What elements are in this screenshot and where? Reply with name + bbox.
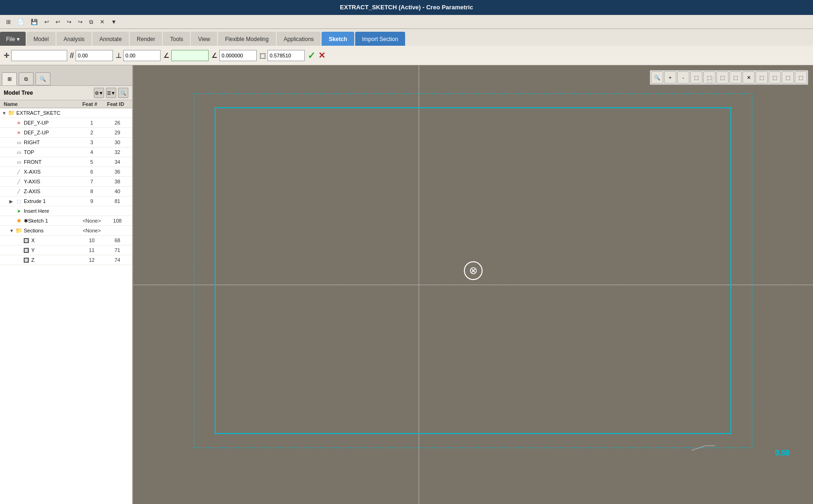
expand-extrude1[interactable]: ▶ [9, 199, 15, 204]
tree-content: ▼ 📁 EXTRACT_SKETC ✳ DEF_Y-UP 1 26 ✳ D [0, 108, 132, 504]
vp-edges[interactable]: ⬚ [729, 71, 742, 84]
scale-icon: ⬚ [259, 52, 266, 59]
tree-row-yaxis[interactable]: ╱ Y-AXIS 7 38 [0, 177, 132, 187]
panel-tab-layers[interactable]: ⧉ [19, 72, 34, 85]
expand-sections[interactable]: ▼ [9, 228, 15, 233]
angle-input-active[interactable] [171, 50, 209, 61]
tree-row-def-y[interactable]: ✳ DEF_Y-UP 1 26 [0, 118, 132, 128]
panel-tab-search[interactable]: 🔍 [35, 72, 50, 85]
tree-feat-right: 3 [79, 140, 105, 145]
tree-row-insert[interactable]: ➤ Insert Here [0, 206, 132, 216]
tree-row-sec-y[interactable]: 🔲 Y 11 71 [0, 245, 132, 255]
scale-input[interactable] [267, 50, 305, 61]
tree-row-def-z[interactable]: ✳ DEF_Z-UP 2 29 [0, 128, 132, 138]
tree-columns: Name Feat # Feat ID [0, 100, 132, 108]
qa-close-btn[interactable]: ✕ [98, 17, 107, 27]
tab-tools[interactable]: Tools [163, 32, 190, 46]
tab-model[interactable]: Model [27, 32, 56, 46]
tab-file[interactable]: File ▾ [0, 32, 26, 46]
qa-more-btn[interactable]: ▼ [109, 17, 119, 27]
tree-feat-extrude1: 9 [79, 198, 105, 204]
rotation-input[interactable] [219, 50, 257, 61]
tree-row-sketch1[interactable]: ✱ ✱Sketch 1 <None> 108 [0, 216, 132, 226]
inner-sketch-rect: ⊗ [215, 107, 731, 434]
vp-named-views[interactable]: ⬚ [690, 71, 702, 84]
qa-save-btn[interactable]: 💾 [28, 17, 40, 27]
center-marker: ⊗ [464, 261, 483, 280]
title-bar: EXTRACT_SKETCH (Active) - Creo Parametri… [0, 0, 813, 15]
col-id: Feat ID [103, 101, 128, 107]
panel-tab-tree[interactable]: ⊞ [2, 72, 17, 85]
qa-redo2-btn[interactable]: ↪ [76, 17, 85, 27]
qa-grid-btn[interactable]: ⊞ [4, 17, 13, 27]
tree-feat-sec-y: 11 [79, 247, 105, 253]
qa-redo-btn[interactable]: ↪ [64, 17, 74, 27]
tree-feat-zaxis: 8 [79, 189, 105, 194]
tree-label-def-z: DEF_Z-UP [24, 130, 79, 135]
crosshair-group: ✛ [4, 50, 67, 61]
qa-new-btn[interactable]: 📄 [15, 17, 27, 27]
qa-window-btn[interactable]: ⧉ [87, 17, 96, 27]
tab-view[interactable]: View [191, 32, 217, 46]
tree-row-right[interactable]: ▭ RIGHT 3 30 [0, 138, 132, 147]
tree-id-sketch1: 108 [105, 218, 130, 224]
tab-analysis[interactable]: Analysis [56, 32, 91, 46]
vp-zoom-out[interactable]: - [677, 71, 689, 84]
tab-sketch[interactable]: Sketch [322, 32, 354, 46]
model-tree-title: Model Tree [4, 90, 33, 96]
perp-input[interactable] [123, 50, 161, 61]
crosshair-icon: ✛ [4, 52, 9, 59]
tree-row-root[interactable]: ▼ 📁 EXTRACT_SKETC [0, 108, 132, 118]
sketch-area: ⊗ ↺ 0.58 [194, 93, 752, 448]
tree-row-xaxis[interactable]: ╱ X-AXIS 6 36 [0, 167, 132, 177]
qa-undo-btn[interactable]: ↩ [42, 17, 51, 27]
vp-display3[interactable]: ⬚ [782, 71, 794, 84]
tab-flexible[interactable]: Flexible Modeling [218, 32, 275, 46]
plane-icon-top: ▭ [15, 148, 22, 156]
tree-id-def-y: 26 [105, 120, 130, 126]
title-text: EXTRACT_SKETCH (Active) - Creo Parametri… [340, 2, 473, 13]
tree-row-extrude1[interactable]: ▶ ⬚ Extrude 1 9 81 [0, 196, 132, 206]
center-x-icon: ⊗ [469, 266, 477, 276]
tree-label-front: FRONT [24, 159, 79, 165]
vp-zoom-fit[interactable]: 🔍 [651, 71, 663, 84]
tree-row-top[interactable]: ▭ TOP 4 32 [0, 147, 132, 157]
tree-row-sec-x[interactable]: 🔲 X 10 68 [0, 236, 132, 245]
vp-display4[interactable]: ⬚ [795, 71, 807, 84]
tree-filter-btn[interactable]: ☰▼ [106, 88, 116, 98]
rotate-handle[interactable]: ↺ [706, 75, 715, 84]
vp-display2[interactable]: ⬚ [769, 71, 781, 84]
viewport[interactable]: 🔍 + - ⬚ ⬚ ⬚ ⬚ ✕ ⬚ ⬚ ⬚ ⬚ ⊗ ↺ [133, 65, 813, 504]
tab-annotate[interactable]: Annotate [92, 32, 129, 46]
vp-remove-hidden[interactable]: ✕ [743, 71, 755, 84]
qa-undo2-btn[interactable]: ↩ [53, 17, 63, 27]
cancel-button[interactable]: ✕ [318, 50, 325, 61]
vp-display1[interactable]: ⬚ [756, 71, 768, 84]
tree-row-sec-z[interactable]: 🔲 Z 12 74 [0, 255, 132, 265]
tree-id-right: 30 [105, 140, 130, 145]
tree-feat-sections: <None> [79, 228, 105, 233]
expand-root[interactable]: ▼ [2, 111, 7, 116]
vp-wireframe[interactable]: ⬚ [716, 71, 729, 84]
axis-icon-x: ╱ [15, 168, 22, 175]
parallel-icon: // [70, 52, 74, 59]
parallel-input[interactable] [76, 50, 113, 61]
tree-row-front[interactable]: ▭ FRONT 5 34 [0, 157, 132, 167]
tree-row-zaxis[interactable]: ╱ Z-AXIS 8 40 [0, 187, 132, 196]
tree-label-top: TOP [24, 149, 79, 155]
tab-applications[interactable]: Applications [277, 32, 321, 46]
tree-settings-btn[interactable]: ⚙▼ [94, 88, 104, 98]
confirm-button[interactable]: ✓ [308, 50, 315, 61]
main-area: ⊞ ⧉ 🔍 Model Tree ⚙▼ ☰▼ 🔍 Name Feat # Fea… [0, 65, 813, 504]
tree-search-btn[interactable]: 🔍 [118, 88, 128, 98]
tree-id-top: 32 [105, 149, 130, 155]
tree-row-sections[interactable]: ▼ 📁 Sections <None> [0, 226, 132, 236]
tab-render[interactable]: Render [130, 32, 162, 46]
tree-header: Model Tree ⚙▼ ☰▼ 🔍 [0, 86, 132, 100]
extrude-icon: ⬚ [15, 197, 22, 205]
perp-icon: ⊥ [116, 52, 121, 59]
tab-import[interactable]: Import Section [355, 32, 405, 46]
position-input[interactable] [11, 50, 67, 61]
parallel-group: // [70, 50, 113, 61]
vp-zoom-in[interactable]: + [664, 71, 676, 84]
